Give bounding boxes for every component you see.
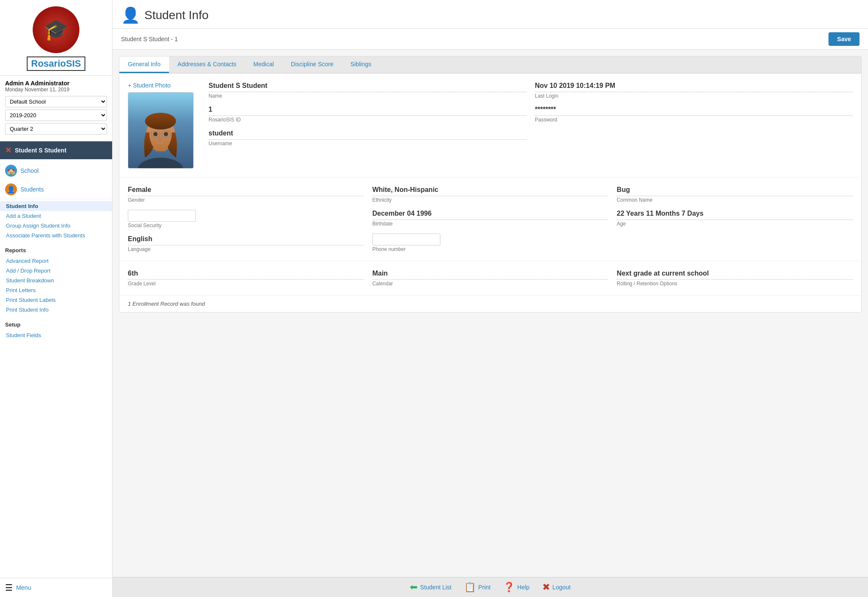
sidebar-item-students[interactable]: 👤 Students [0, 180, 112, 199]
school-select[interactable]: Default School [5, 96, 107, 107]
grade-level-label: Grade Level [128, 281, 364, 287]
nav-link-print-student-info[interactable]: Print Student Info [0, 305, 112, 315]
common-name-value: Bug [617, 186, 853, 196]
svg-point-9 [164, 132, 168, 136]
tab-siblings[interactable]: Siblings [342, 56, 380, 73]
nav-link-add-student[interactable]: Add a Student [0, 211, 112, 221]
ethnicity-value: White, Non-Hispanic [372, 186, 609, 196]
nav-link-student-info[interactable]: Student Info [0, 201, 112, 211]
page-title-icon: 👤 [121, 6, 140, 24]
svg-point-4 [145, 113, 176, 130]
common-name-label: Common Name [617, 197, 853, 203]
logo-text: RosarioSIS [27, 56, 85, 71]
logout-label: Logout [552, 584, 571, 591]
tab-medical[interactable]: Medical [245, 56, 282, 73]
svg-point-8 [153, 132, 158, 136]
nav-link-add-drop-report[interactable]: Add / Drop Report [0, 266, 112, 276]
page-title-area: 👤 Student Info [121, 6, 209, 24]
tab-discipline-score[interactable]: Discipline Score [282, 56, 342, 73]
calendar-label: Calendar [372, 281, 609, 287]
quarter-select[interactable]: Quarter 2 [5, 123, 107, 135]
student-list-button[interactable]: ⬅ Student List [410, 582, 451, 593]
field-col-enroll-2: Main Calendar [372, 270, 609, 287]
username-value: student [209, 130, 527, 140]
field-col-demo-1: Female Gender Social Security English La… [128, 186, 364, 252]
hamburger-icon: ☰ [5, 583, 13, 593]
info-section-demographics: Female Gender Social Security English La… [119, 177, 861, 261]
social-security-input[interactable] [128, 210, 196, 222]
tabs-bar: General Info Addresses & Contacts Medica… [119, 56, 861, 73]
rosario-id-label: RosarioSIS ID [209, 117, 527, 123]
close-student-icon[interactable]: ✕ [5, 146, 11, 155]
age-label: Age [617, 221, 853, 227]
rolling-retention-label: Rolling / Retention Options [617, 281, 853, 287]
field-last-login: Nov 10 2019 10:14:19 PM Last Login [535, 82, 853, 99]
fields-grid-enrollment: 6th Grade Level Main Calendar [128, 270, 853, 287]
sidebar-item-school[interactable]: 🏫 School [0, 161, 112, 180]
field-col-enroll-3: Next grade at current school Rolling / R… [617, 270, 853, 287]
field-grade-level: 6th Grade Level [128, 270, 364, 287]
help-icon: ❓ [503, 582, 515, 593]
field-col-left: Student S Student Name 1 RosarioSIS ID s… [209, 82, 527, 169]
field-name: Student S Student Name [209, 82, 527, 99]
nav-link-print-letters[interactable]: Print Letters [0, 285, 112, 295]
page-header: 👤 Student Info [113, 0, 868, 29]
username-label: Username [209, 141, 527, 146]
nav-link-student-breakdown[interactable]: Student Breakdown [0, 276, 112, 285]
add-photo-link[interactable]: + Student Photo [128, 82, 171, 89]
info-section-identity: + Student Photo [119, 73, 861, 177]
menu-link-label: Menu [16, 584, 31, 591]
breadcrumb: Student S Student - 1 [121, 36, 178, 42]
last-login-label: Last Login [535, 93, 853, 99]
nav-sub-section-setup: Setup Student Fields [0, 317, 112, 342]
admin-name: Admin A Administrator [5, 80, 107, 87]
tab-general-info[interactable]: General Info [119, 56, 169, 73]
student-name-label: Name [209, 93, 527, 99]
nav-link-associate-parents[interactable]: Associate Parents with Students [0, 231, 112, 240]
page-title: Student Info [144, 8, 209, 22]
setup-label: Setup [0, 319, 112, 330]
rosario-id-value: 1 [209, 106, 527, 116]
logout-button[interactable]: ✖ Logout [542, 582, 571, 593]
admin-date: Monday November 11, 2019 [5, 87, 107, 93]
birthdate-value: December 04 1996 [372, 210, 609, 220]
social-security-label: Social Security [128, 222, 364, 228]
field-gender: Female Gender [128, 186, 364, 203]
current-student-name: Student S Student [15, 147, 66, 154]
print-label: Print [478, 584, 490, 591]
nav-link-advanced-report[interactable]: Advanced Report [0, 256, 112, 266]
content-area: General Info Addresses & Contacts Medica… [113, 50, 868, 577]
nav-link-group-assign[interactable]: Group Assign Student Info [0, 221, 112, 231]
student-photo-svg [128, 92, 193, 169]
sidebar-item-students-label: Students [20, 186, 44, 193]
fields-grid-demo: Female Gender Social Security English La… [128, 186, 853, 252]
school-icon: 🏫 [5, 165, 17, 177]
student-name-value: Student S Student [209, 82, 527, 92]
sidebar-footer[interactable]: ☰ Menu [0, 578, 112, 597]
phone-number-input[interactable] [372, 234, 440, 245]
breadcrumb-bar: Student S Student - 1 Save [113, 29, 868, 50]
nav-sub-section-students: Student Info Add a Student Group Assign … [0, 199, 112, 242]
field-phone: Phone number [372, 234, 609, 252]
password-value: ******** [535, 106, 853, 116]
sidebar: 🎓 RosarioSIS Admin A Administrator Monda… [0, 0, 113, 597]
sidebar-nav: 🏫 School 👤 Students Student Info Add a S… [0, 159, 112, 578]
year-select[interactable]: 2019-2020 [5, 110, 107, 121]
tab-addresses-contacts[interactable]: Addresses & Contacts [169, 56, 245, 73]
field-language: English Language [128, 235, 364, 252]
nav-link-print-student-labels[interactable]: Print Student Labels [0, 295, 112, 305]
field-rolling-retention: Next grade at current school Rolling / R… [617, 270, 853, 287]
help-label: Help [517, 584, 530, 591]
field-birthdate: December 04 1996 Birthdate [372, 210, 609, 227]
password-label: Password [535, 117, 853, 123]
nav-link-student-fields[interactable]: Student Fields [0, 330, 112, 340]
print-button[interactable]: 📋 Print [464, 582, 490, 593]
language-label: Language [128, 246, 364, 252]
field-social-security: Social Security [128, 210, 364, 228]
field-col-enroll-1: 6th Grade Level [128, 270, 364, 287]
nav-sub-section-reports: Reports Advanced Report Add / Drop Repor… [0, 242, 112, 317]
logo-cap-icon: 🎓 [43, 18, 69, 42]
save-button[interactable]: Save [829, 32, 860, 46]
help-button[interactable]: ❓ Help [503, 582, 530, 593]
logo-sis: SIS [66, 58, 81, 69]
